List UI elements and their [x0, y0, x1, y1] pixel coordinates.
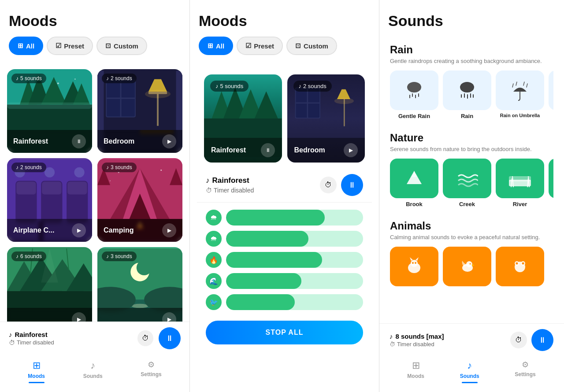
svg-point-8 [57, 82, 59, 84]
forest-sound-badge: ♪6 sounds [11, 251, 46, 261]
sound-item-animal-1[interactable] [443, 247, 491, 289]
nav-tab-sounds-left[interactable]: ♪ Sounds [76, 358, 110, 385]
mood-card-rainforest[interactable]: ♪5 sounds Rainforest ⏸ [7, 69, 92, 153]
sound-item-rai[interactable]: Rai... [549, 70, 553, 119]
mood-card-camping[interactable]: ♪3 sounds Camping ▶ [97, 158, 182, 242]
middle-rainforest-card[interactable]: ♪5 sounds Rainforest ⏸ [204, 74, 282, 163]
tab-preset-middle[interactable]: ☑ Preset [237, 37, 283, 55]
mood-card-bedroom[interactable]: ♪2 sounds Bedroom ▶ [97, 69, 182, 153]
mid-bedroom-label: Bedroom ▶ [287, 138, 365, 163]
mid-rainforest-label: Rainforest ⏸ [204, 138, 282, 163]
svg-rect-77 [418, 93, 419, 97]
left-now-playing: ♪ Rainforest ⏱ Timer disabled ⏱ ⏸ [9, 327, 181, 349]
slider-row-0: 🌧 [206, 210, 363, 226]
left-now-playing-info: ♪ Rainforest ⏱ Timer disabled [9, 331, 54, 346]
middle-timer-btn[interactable]: ⏱ [320, 177, 337, 193]
tab-custom-middle[interactable]: ⊡ Custom [286, 37, 337, 55]
rain-items-row: Gentle Rain Rain [390, 70, 553, 119]
svg-point-107 [415, 262, 416, 264]
sound-item-gentle-rain[interactable]: Gentle Rain [390, 70, 438, 119]
sound-item-rain-umbrella[interactable]: Rain on Umbrella [496, 70, 544, 119]
animal-card-1 [443, 247, 491, 286]
rain-desc: Gentle raindrops creating a soothing bac… [390, 58, 553, 64]
slider-track-1[interactable] [226, 231, 363, 247]
wind-card [549, 159, 553, 198]
left-timer-btn[interactable]: ⏱ [137, 330, 153, 346]
nature-title: Nature [390, 132, 553, 144]
right-timer-btn[interactable]: ⏱ [510, 332, 527, 348]
camping-play-btn[interactable]: ▶ [162, 223, 176, 237]
right-playing-title: ♪ 8 sounds [max] [390, 333, 444, 340]
slider-row-3: 🌊 [206, 273, 363, 289]
svg-marker-95 [412, 171, 417, 177]
camping-label-bar: Camping ▶ [97, 219, 182, 242]
sounds-indicator [85, 382, 101, 383]
nav-tab-settings-left[interactable]: ⚙ Settings [134, 358, 168, 385]
sound-item-rain[interactable]: Rain [443, 70, 491, 119]
airplane-play-btn[interactable]: ▶ [72, 223, 86, 237]
right-bottom-bar: ♪ 8 sounds [max] ⏱ Timer disabled ⏱ ⏸ ⊞ … [379, 323, 564, 392]
nav-tab-moods-left[interactable]: ⊞ Moods [21, 358, 52, 385]
svg-point-106 [412, 262, 414, 264]
animal-card-2 [496, 247, 544, 286]
mid-bedroom-play[interactable]: ▶ [344, 143, 358, 157]
tab-preset-left[interactable]: ☑ Preset [47, 37, 93, 55]
rain-umbrella-card [496, 70, 544, 110]
middle-play-pause-btn[interactable]: ⏸ [341, 174, 363, 196]
svg-point-42 [110, 181, 111, 181]
svg-point-59 [131, 304, 148, 308]
bedroom-play-btn[interactable]: ▶ [162, 134, 176, 148]
rainforest-pause-btn[interactable]: ⏸ [72, 134, 86, 148]
section-nature: Nature Serene sounds from nature to brin… [390, 132, 553, 207]
sound-item-animal-2[interactable] [496, 247, 544, 289]
middle-filter-tabs: ⊞ All ☑ Preset ⊡ Custom [199, 37, 370, 55]
sound-item-brook[interactable]: Brook [390, 159, 438, 207]
svg-marker-104 [410, 257, 413, 261]
slider-track-4[interactable] [226, 294, 363, 310]
nav-tab-sounds-right[interactable]: ♪ Sounds [453, 358, 486, 385]
mood-card-forest[interactable]: ♪6 sounds ▶ [7, 247, 92, 331]
tab-custom-left[interactable]: ⊡ Custom [96, 37, 147, 55]
svg-rect-82 [470, 93, 471, 98]
sound-item-wind[interactable]: Wi... [549, 159, 553, 207]
stop-all-btn[interactable]: STOP ALL [206, 321, 363, 344]
mood-card-river[interactable]: ♪3 sounds ▶ [97, 247, 182, 331]
left-play-pause-btn[interactable]: ⏸ [159, 327, 181, 349]
middle-top-cards: ♪5 sounds Rainforest ⏸ [197, 69, 372, 168]
svg-rect-76 [415, 95, 416, 98]
tab-all-middle[interactable]: ⊞ All [199, 37, 233, 55]
svg-point-31 [74, 167, 84, 178]
slider-icon-0: 🌧 [206, 210, 222, 226]
slider-row-1: 🌧 [206, 231, 363, 247]
nav-tab-moods-right[interactable]: ⊞ Moods [400, 358, 431, 385]
rai-card [549, 70, 553, 110]
sound-item-animal-0[interactable] [390, 247, 438, 289]
rainforest-sound-badge: ♪5 sounds [11, 74, 46, 83]
right-play-pause-btn[interactable]: ⏸ [531, 329, 553, 351]
svg-rect-81 [467, 94, 468, 99]
moods-nav-icon: ⊞ [33, 360, 41, 371]
svg-point-116 [522, 263, 524, 265]
slider-track-3[interactable] [226, 273, 363, 289]
slider-track-2[interactable] [226, 252, 363, 268]
svg-rect-78 [409, 95, 410, 98]
airplane-label-bar: Airplane C... ▶ [7, 219, 92, 242]
left-now-playing-title: ♪ Rainforest [9, 331, 54, 338]
animal-card-0 [390, 247, 438, 286]
mid-rainforest-pause[interactable]: ⏸ [261, 143, 275, 157]
left-filter-tabs: ⊞ All ☑ Preset ⊡ Custom [9, 37, 181, 55]
tab-all-left[interactable]: ⊞ All [9, 37, 43, 55]
mood-card-airplane[interactable]: ♪2 sounds Airplane C... ▶ [7, 158, 92, 242]
svg-point-57 [137, 260, 152, 275]
sound-item-creek[interactable]: Creek [443, 159, 491, 207]
nature-desc: Serene sounds from nature to bring the o… [390, 146, 553, 152]
svg-rect-28 [67, 182, 87, 195]
slider-track-0[interactable] [226, 210, 363, 226]
sounds-nav-icon: ♪ [90, 360, 95, 371]
nav-tab-settings-right[interactable]: ⚙ Settings [508, 358, 542, 385]
sound-item-river[interactable]: River [496, 159, 544, 207]
section-animals: Animals Calming animal sounds to evoke a… [390, 220, 553, 289]
svg-rect-75 [412, 93, 413, 97]
middle-bedroom-card[interactable]: ♪2 sounds Bedroom ▶ [287, 74, 365, 163]
svg-point-41 [160, 170, 162, 171]
